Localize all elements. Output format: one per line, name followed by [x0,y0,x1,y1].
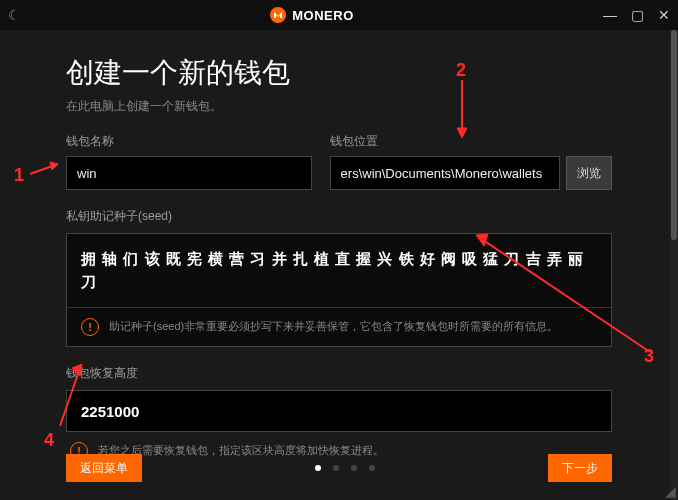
wallet-name-input[interactable] [66,156,312,190]
seed-box: 拥 轴 们 该 既 宪 横 营 习 并 扎 植 直 握 兴 铁 好 阀 吸 猛 … [66,233,612,347]
app-title: MONERO [21,7,603,23]
seed-words: 拥 轴 们 该 既 宪 横 营 习 并 扎 植 直 握 兴 铁 好 阀 吸 猛 … [67,234,611,307]
page-title: 创建一个新的钱包 [66,54,612,92]
seed-info-text: 助记种子(seed)非常重要必须抄写下来并妥善保管，它包含了恢复钱包时所需要的所… [109,319,558,334]
maximize-icon[interactable]: ▢ [631,7,644,23]
page-dot-4[interactable] [369,465,375,471]
back-button[interactable]: 返回菜单 [66,454,142,482]
browse-button[interactable]: 浏览 [566,156,612,190]
seed-info-row: ! 助记种子(seed)非常重要必须抄写下来并妥善保管，它包含了恢复钱包时所需要… [67,307,611,346]
footer: 返回菜单 下一步 [66,454,612,482]
wallet-location-group: 钱包位置 浏览 [330,133,612,190]
wallet-location-label: 钱包位置 [330,133,612,150]
close-icon[interactable]: ✕ [658,7,670,23]
page-dots [142,465,548,471]
annotation-number-2: 2 [456,60,466,81]
warning-icon: ! [81,318,99,336]
restore-height-input[interactable] [66,390,612,432]
page-dot-2[interactable] [333,465,339,471]
wallet-location-input[interactable] [330,156,560,190]
window-controls: — ▢ ✕ [603,7,670,23]
annotation-number-3: 3 [644,346,654,367]
seed-label: 私钥助记种子(seed) [66,208,612,225]
page-dot-3[interactable] [351,465,357,471]
annotation-number-4: 4 [44,430,54,451]
annotation-number-1: 1 [14,165,24,186]
page-dot-1[interactable] [315,465,321,471]
theme-toggle-icon[interactable]: ☾ [8,7,21,23]
titlebar: ☾ MONERO — ▢ ✕ [0,0,678,30]
monero-logo-icon [270,7,286,23]
form-row-name-location: 钱包名称 钱包位置 浏览 [66,133,612,190]
app-name: MONERO [292,8,354,23]
wallet-name-group: 钱包名称 [66,133,312,190]
page-subtitle: 在此电脑上创建一个新钱包。 [66,98,612,115]
next-button[interactable]: 下一步 [548,454,612,482]
minimize-icon[interactable]: — [603,7,617,23]
resize-grip-icon[interactable]: ◢ [662,484,678,500]
wallet-name-label: 钱包名称 [66,133,312,150]
restore-height-label: 钱包恢复高度 [66,365,612,382]
main-content: 创建一个新的钱包 在此电脑上创建一个新钱包。 钱包名称 钱包位置 浏览 私钥助记… [0,30,678,500]
